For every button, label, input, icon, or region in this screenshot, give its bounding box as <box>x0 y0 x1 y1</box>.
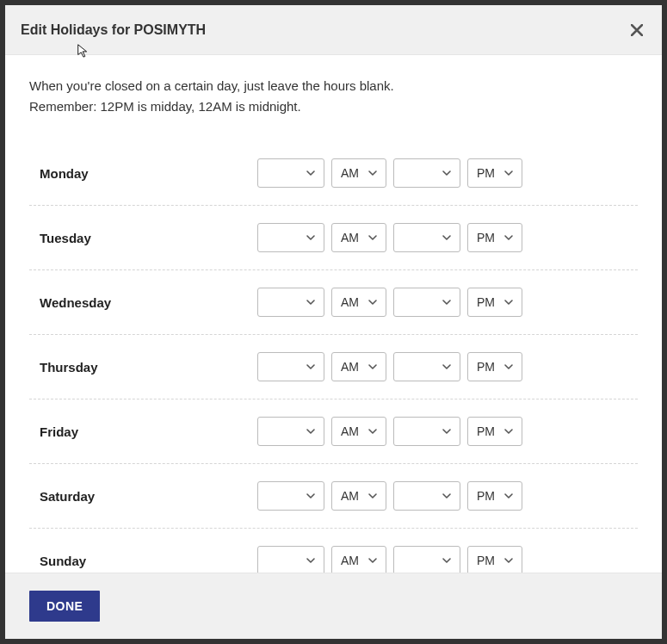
day-label: Saturday <box>29 489 257 504</box>
day-row: MondayAMPM <box>29 141 638 206</box>
chevron-down-icon <box>503 167 515 179</box>
close-button[interactable] <box>627 21 646 40</box>
open-hour-select[interactable] <box>257 158 324 188</box>
day-row: SaturdayAMPM <box>29 464 638 529</box>
open-period-value: AM <box>341 360 359 374</box>
chevron-down-icon <box>441 296 453 308</box>
close-period-value: PM <box>477 489 495 503</box>
modal-header: Edit Holidays for POSIMYTH <box>5 5 662 55</box>
time-controls: AMPM <box>257 417 522 446</box>
close-period-select[interactable]: PM <box>467 223 522 252</box>
open-period-select[interactable]: AM <box>331 481 386 511</box>
close-period-select[interactable]: PM <box>467 546 522 573</box>
time-controls: AMPM <box>257 158 522 188</box>
chevron-down-icon <box>367 490 379 502</box>
chevron-down-icon <box>503 361 515 373</box>
day-row: ThursdayAMPM <box>29 335 638 399</box>
day-label: Monday <box>29 166 257 181</box>
chevron-down-icon <box>503 232 515 244</box>
chevron-down-icon <box>305 167 317 179</box>
chevron-down-icon <box>503 425 515 437</box>
close-hour-select[interactable] <box>393 546 460 573</box>
chevron-down-icon <box>441 232 453 244</box>
time-controls: AMPM <box>257 481 522 511</box>
instructions-text: When you're closed on a certain day, jus… <box>29 76 638 117</box>
close-period-value: PM <box>477 231 495 245</box>
chevron-down-icon <box>503 490 515 502</box>
close-hour-select[interactable] <box>393 481 460 511</box>
close-period-value: PM <box>477 554 495 567</box>
close-period-value: PM <box>477 424 495 438</box>
close-hour-select[interactable] <box>393 288 460 317</box>
day-row: WednesdayAMPM <box>29 270 638 335</box>
day-label: Tuesday <box>29 231 257 245</box>
day-row: TuesdayAMPM <box>29 206 638 270</box>
day-label: Thursday <box>29 360 257 375</box>
close-hour-select[interactable] <box>393 352 460 381</box>
close-period-value: PM <box>477 360 495 374</box>
close-period-select[interactable]: PM <box>467 288 522 317</box>
close-period-select[interactable]: PM <box>467 417 522 446</box>
chevron-down-icon <box>367 232 379 244</box>
chevron-down-icon <box>305 490 317 502</box>
day-row: SundayAMPM <box>29 529 638 573</box>
chevron-down-icon <box>367 167 379 179</box>
close-icon <box>631 24 643 36</box>
open-period-value: AM <box>341 424 359 438</box>
day-row: FridayAMPM <box>29 399 638 464</box>
chevron-down-icon <box>441 361 453 373</box>
open-hour-select[interactable] <box>257 223 324 252</box>
time-controls: AMPM <box>257 223 522 252</box>
close-hour-select[interactable] <box>393 158 460 188</box>
open-hour-select[interactable] <box>257 352 324 381</box>
chevron-down-icon <box>367 361 379 373</box>
day-label: Sunday <box>29 554 257 568</box>
open-period-select[interactable]: AM <box>331 546 386 573</box>
time-controls: AMPM <box>257 352 522 381</box>
open-hour-select[interactable] <box>257 546 324 573</box>
modal-body: When you're closed on a certain day, jus… <box>5 55 662 573</box>
close-hour-select[interactable] <box>393 417 460 446</box>
chevron-down-icon <box>441 554 453 567</box>
instructions-line-1: When you're closed on a certain day, jus… <box>29 76 638 96</box>
days-list: MondayAMPMTuesdayAMPMWednesdayAMPMThursd… <box>29 141 638 573</box>
modal-title: Edit Holidays for POSIMYTH <box>21 22 206 38</box>
instructions-line-2: Remember: 12PM is midday, 12AM is midnig… <box>29 96 638 117</box>
close-period-select[interactable]: PM <box>467 158 522 188</box>
modal-footer: DONE <box>5 573 662 639</box>
open-period-value: AM <box>341 231 359 245</box>
open-period-select[interactable]: AM <box>331 352 386 381</box>
chevron-down-icon <box>441 167 453 179</box>
time-controls: AMPM <box>257 288 522 317</box>
open-period-value: AM <box>341 295 359 309</box>
open-period-select[interactable]: AM <box>331 223 386 252</box>
open-period-value: AM <box>341 489 359 503</box>
open-period-select[interactable]: AM <box>331 288 386 317</box>
chevron-down-icon <box>305 296 317 308</box>
close-period-select[interactable]: PM <box>467 352 522 381</box>
chevron-down-icon <box>305 425 317 437</box>
done-button[interactable]: DONE <box>29 591 100 622</box>
close-period-value: PM <box>477 166 495 180</box>
open-period-select[interactable]: AM <box>331 158 386 188</box>
close-hour-select[interactable] <box>393 223 460 252</box>
chevron-down-icon <box>367 554 379 567</box>
chevron-down-icon <box>367 425 379 437</box>
open-period-value: AM <box>341 554 359 567</box>
day-label: Friday <box>29 424 257 439</box>
chevron-down-icon <box>503 554 515 567</box>
open-hour-select[interactable] <box>257 417 324 446</box>
open-hour-select[interactable] <box>257 481 324 511</box>
chevron-down-icon <box>503 296 515 308</box>
chevron-down-icon <box>305 232 317 244</box>
chevron-down-icon <box>305 361 317 373</box>
chevron-down-icon <box>441 490 453 502</box>
close-period-value: PM <box>477 295 495 309</box>
close-period-select[interactable]: PM <box>467 481 522 511</box>
time-controls: AMPM <box>257 546 522 573</box>
open-period-select[interactable]: AM <box>331 417 386 446</box>
chevron-down-icon <box>367 296 379 308</box>
modal-dialog: Edit Holidays for POSIMYTH When you're c… <box>5 5 662 639</box>
day-label: Wednesday <box>29 295 257 310</box>
open-hour-select[interactable] <box>257 288 324 317</box>
